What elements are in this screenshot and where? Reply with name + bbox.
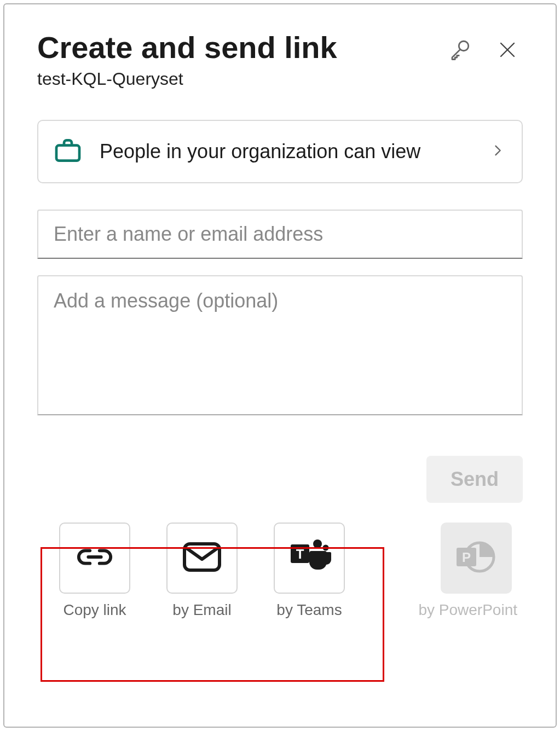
dialog-header: Create and send link test-KQL-Queryset (37, 31, 523, 89)
svg-point-6 (313, 539, 322, 548)
mail-icon (182, 542, 222, 575)
message-input[interactable] (37, 275, 523, 415)
permission-text: People in your organization can view (100, 137, 474, 166)
email-label: by Email (172, 601, 231, 619)
header-actions (446, 36, 519, 65)
svg-text:P: P (462, 550, 471, 565)
dialog-subtitle: test-KQL-Queryset (37, 69, 446, 89)
copy-link-label: Copy link (63, 601, 126, 619)
close-icon (498, 53, 517, 61)
copy-link-option[interactable]: Copy link (59, 523, 130, 619)
powerpoint-icon: P (453, 537, 499, 579)
briefcase-icon (53, 135, 83, 168)
recipient-input[interactable] (37, 210, 523, 259)
title-block: Create and send link test-KQL-Queryset (37, 31, 446, 89)
copy-link-tile (59, 523, 130, 594)
svg-point-7 (323, 544, 329, 550)
teams-icon: T (286, 537, 332, 579)
teams-label: by Teams (276, 601, 342, 619)
svg-text:T: T (296, 547, 304, 561)
powerpoint-option[interactable]: P by PowerPoint (435, 523, 517, 619)
powerpoint-tile: P (441, 523, 512, 594)
email-tile (166, 523, 238, 594)
link-icon (76, 543, 114, 573)
svg-rect-3 (56, 145, 79, 160)
share-options: Copy link by Email (37, 523, 523, 619)
key-icon (448, 55, 471, 63)
powerpoint-label: by PowerPoint (418, 601, 517, 619)
link-settings-button[interactable]: People in your organization can view (37, 120, 523, 183)
send-button[interactable]: Send (426, 456, 523, 503)
teams-option[interactable]: T by Teams (274, 523, 345, 619)
share-dialog: Create and send link test-KQL-Queryset (3, 3, 557, 728)
chevron-right-icon (490, 143, 505, 160)
permissions-button[interactable] (446, 36, 474, 65)
teams-tile: T (274, 523, 345, 594)
close-button[interactable] (495, 38, 519, 63)
send-row: Send (37, 456, 523, 503)
email-option[interactable]: by Email (166, 523, 238, 619)
svg-rect-5 (184, 544, 220, 570)
dialog-title: Create and send link (37, 31, 446, 65)
